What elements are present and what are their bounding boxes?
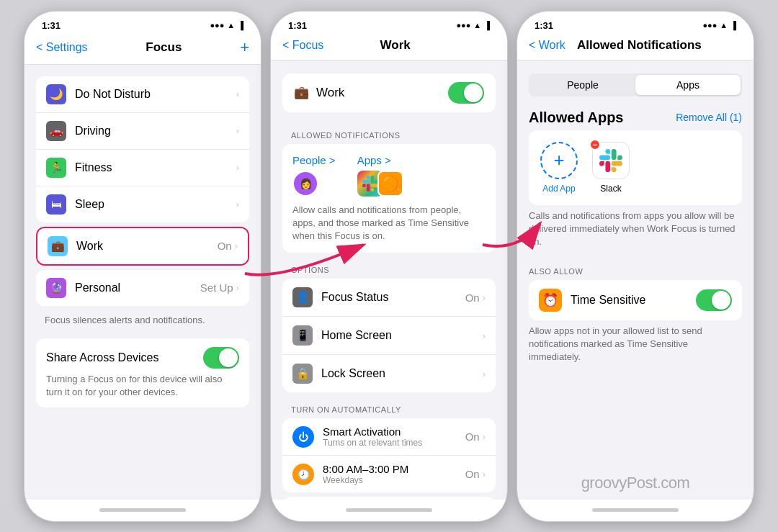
option-home-screen[interactable]: 📱 Home Screen ›: [282, 317, 496, 355]
work-toggle-label: 💼 Work: [294, 85, 344, 100]
add-app-button[interactable]: +: [540, 142, 578, 179]
chevron-personal: ›: [236, 282, 239, 293]
notif-card: People > 👩 Apps >: [282, 144, 496, 253]
time-3: 1:31: [535, 20, 553, 31]
time-sensitive-icon: ⏰: [539, 289, 562, 312]
slack-col[interactable]: −: [592, 142, 630, 194]
list-item-personal[interactable]: 🔮 Personal Set Up ›: [36, 270, 249, 306]
add-app-label: Add App: [542, 184, 575, 194]
list-item-fitness[interactable]: 🏃 Fitness ›: [36, 150, 249, 186]
share-label: Share Across Devices: [46, 351, 159, 364]
work-page-title: Work: [380, 38, 411, 53]
status-icons-2: ●●● ▲ ▐: [456, 21, 490, 30]
work-toggle-icon: 💼: [294, 85, 309, 100]
people-col[interactable]: People > 👩: [292, 154, 336, 197]
app-grid: + Add App −: [529, 130, 742, 205]
wifi-icon: ▲: [227, 21, 235, 30]
work-detail-content: 💼 Work ALLOWED NOTIFICATIONS People > 👩: [271, 60, 507, 500]
status-bar-3: 1:31 ●●● ▲ ▐: [517, 12, 754, 34]
app-desc: Calls and notifications from apps you al…: [517, 205, 754, 256]
time-sensitive-toggle[interactable]: [696, 289, 732, 311]
orange-app-icon: 🟠: [377, 171, 403, 197]
wifi-icon-2: ▲: [473, 21, 481, 30]
nav-bar-1: < Settings Focus +: [24, 34, 261, 65]
list-item-driving[interactable]: 🚗 Driving ›: [36, 113, 249, 150]
option-lock-screen[interactable]: 🔒 Lock Screen ›: [282, 355, 496, 392]
options-section: 👤 Focus Status On › 📱 Home Screen › 🔒 Lo…: [282, 279, 496, 392]
time-sensitive-row: ⏰ Time Sensitive: [529, 280, 742, 320]
chevron-lock-screen: ›: [483, 369, 486, 379]
back-settings-btn[interactable]: < Settings: [36, 41, 88, 54]
slack-label: Slack: [600, 184, 621, 194]
remove-badge[interactable]: −: [589, 139, 601, 150]
people-label[interactable]: People >: [292, 154, 336, 166]
smart-activation-row[interactable]: ⏻ Smart Activation Turns on at relevant …: [282, 418, 496, 456]
share-toggle[interactable]: [203, 347, 239, 369]
focus-status-icon: 👤: [292, 287, 313, 307]
add-focus-btn[interactable]: +: [240, 38, 249, 57]
sleep-icon: 🛏: [46, 194, 66, 215]
slack-app-col: −: [592, 142, 630, 179]
watermark: groovyPost.com: [517, 474, 754, 492]
chevron-icon-fitness: ›: [236, 162, 239, 173]
list-item-work[interactable]: 💼 Work On ›: [37, 228, 248, 264]
allowed-notif-content: People Apps Allowed Apps Remove All (1) …: [517, 60, 754, 500]
work-toggle-section: 💼 Work: [282, 73, 496, 112]
schedule-row[interactable]: 🕗 8:00 AM–3:00 PM Weekdays On ›: [282, 456, 496, 492]
chevron-icon-driving: ›: [236, 125, 239, 136]
personal-icon: 🔮: [46, 278, 66, 298]
allowed-notif-header: ALLOWED NOTIFICATIONS: [271, 118, 507, 144]
donotdisturb-label: Do Not Disturb: [75, 88, 236, 101]
moon-icon: 🌙: [46, 84, 66, 104]
notif-desc: Allow calls and notifications from peopl…: [292, 204, 486, 243]
chevron-schedule: ›: [483, 469, 486, 479]
home-bar: [99, 508, 186, 512]
nav-bar-3: < Work Allowed Notifications: [517, 34, 754, 60]
signal-icon-2: ●●●: [456, 21, 470, 30]
back-work-btn[interactable]: < Work: [529, 39, 565, 52]
list-item-sleep[interactable]: 🛏 Sleep ›: [36, 186, 249, 222]
allowed-notif-title: Allowed Notifications: [577, 38, 702, 53]
wifi-icon-3: ▲: [720, 21, 728, 30]
notif-row: People > 👩 Apps >: [292, 154, 486, 197]
phone-2: 1:31 ●●● ▲ ▐ < Focus Work 💼 Work ALLOWED: [270, 11, 508, 522]
home-indicator-3: [517, 500, 754, 521]
work-label: Work: [76, 240, 218, 253]
work-focus-toggle[interactable]: [448, 82, 484, 104]
run-icon: 🏃: [46, 158, 66, 178]
time-1: 1:31: [42, 20, 61, 31]
smart-activation-main: Smart Activation Turns on at relevant ti…: [323, 425, 465, 448]
turn-on-header: TURN ON AUTOMATICALLY: [271, 392, 507, 418]
phone-3: 1:31 ●●● ▲ ▐ < Work Allowed Notification…: [517, 11, 754, 522]
tab-apps[interactable]: Apps: [635, 75, 741, 95]
schedule-main: 8:00 AM–3:00 PM Weekdays: [323, 463, 465, 485]
option-focus-status[interactable]: 👤 Focus Status On ›: [282, 279, 496, 317]
share-desc: Turning a Focus on for this device will …: [46, 373, 239, 399]
work-item-highlighted[interactable]: 💼 Work On ›: [36, 227, 249, 266]
smart-activation-sub: Turns on at relevant times: [323, 438, 465, 448]
apps-col[interactable]: Apps >: [357, 154, 403, 197]
clock-icon: 🕗: [292, 464, 314, 485]
status-bar-1: 1:31 ●●● ▲ ▐: [24, 12, 261, 34]
chevron-home-screen: ›: [483, 330, 486, 341]
battery-icon: ▐: [238, 21, 243, 30]
tab-people[interactable]: People: [530, 75, 635, 95]
time-sensitive-desc: Allow apps not in your allowed list to s…: [517, 320, 754, 371]
status-bar-2: 1:31 ●●● ▲ ▐: [271, 12, 507, 34]
allowed-apps-title: Allowed Apps: [529, 109, 623, 126]
add-app-col[interactable]: + Add App: [540, 142, 578, 194]
driving-label: Driving: [75, 125, 236, 137]
chevron-icon: ›: [236, 89, 239, 99]
chevron-icon-sleep: ›: [236, 199, 239, 209]
apps-label[interactable]: Apps >: [357, 154, 403, 166]
focus-footer: Focus silences alerts and notifications.: [24, 310, 261, 333]
remove-all-btn[interactable]: Remove All (1): [676, 112, 742, 123]
personal-section: 🔮 Personal Set Up ›: [36, 270, 249, 306]
signal-icon: ●●●: [210, 21, 224, 30]
back-focus-btn[interactable]: < Focus: [282, 39, 323, 52]
phone-1: 1:31 ●●● ▲ ▐ < Settings Focus + 🌙 Do Not…: [24, 11, 261, 522]
time-2: 1:31: [288, 20, 307, 31]
lock-screen-label: Lock Screen: [321, 367, 483, 380]
smart-activation-title: Smart Activation: [323, 425, 465, 438]
list-item-donotdisturb[interactable]: 🌙 Do Not Disturb ›: [36, 76, 249, 113]
